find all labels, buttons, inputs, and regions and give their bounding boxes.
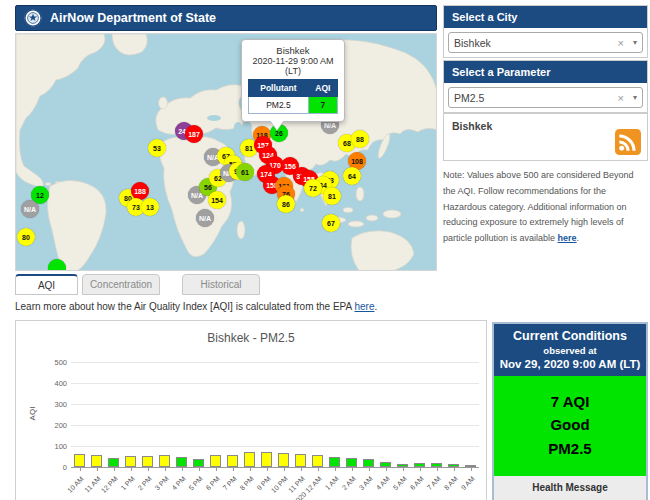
y-tick-label: 200 [41, 421, 67, 430]
chart-bar [193, 459, 204, 467]
parameter-select-value: PM2.5 [454, 92, 613, 104]
chart-bar [91, 455, 102, 467]
rss-feed-box: Bishkek [443, 113, 648, 161]
map-marker[interactable]: 13 [141, 198, 159, 216]
map-marker[interactable]: 80 [17, 228, 35, 246]
map-marker[interactable]: N/A [21, 200, 39, 218]
learn-more-link[interactable]: here [354, 301, 374, 312]
cc-parameter: PM2.5 [498, 437, 642, 460]
chart-bar [74, 454, 85, 467]
popup-pollutant-value: PM2.5 [249, 97, 309, 114]
x-tick-mark [148, 468, 149, 471]
parameter-select[interactable]: PM2.5 × ▾ [448, 87, 643, 108]
app-header: AirNow Department of State [15, 5, 437, 31]
popup-datetime: 2020-11-29 9:00 AM [248, 56, 338, 66]
gridline [71, 362, 479, 363]
rss-icon[interactable] [615, 129, 641, 155]
note-link[interactable]: here [558, 233, 577, 243]
popup-aqi-value: 7 [308, 97, 337, 114]
chart-bar [125, 456, 136, 467]
gridline [71, 446, 479, 447]
x-tick-mark [318, 468, 319, 471]
map-marker[interactable]: N/A [196, 209, 214, 227]
cc-title: Current Conditions [498, 329, 642, 343]
map-marker[interactable]: 154 [208, 191, 226, 209]
chart-bar [295, 454, 306, 467]
current-conditions-header: Current Conditions observed at Nov 29, 2… [494, 324, 646, 376]
x-tick-mark [284, 468, 285, 471]
note-suffix: . [577, 233, 580, 243]
learn-more-suffix: . [374, 301, 377, 312]
parameter-chevron-down-icon[interactable]: ▾ [629, 93, 637, 102]
map-marker[interactable]: 72 [304, 179, 322, 197]
x-tick-mark [199, 468, 200, 471]
x-tick-mark [369, 468, 370, 471]
popup-timezone: (LT) [248, 66, 338, 76]
chart-bar [210, 455, 221, 467]
x-tick-mark [267, 468, 268, 471]
x-tick-mark [233, 468, 234, 471]
x-tick-mark [114, 468, 115, 471]
chart-bar [159, 455, 170, 467]
chart-bar [414, 463, 425, 467]
gridline [71, 404, 479, 405]
x-tick-mark [301, 468, 302, 471]
chart-bar [431, 463, 442, 467]
map-marker[interactable]: 53 [148, 139, 166, 157]
map-marker[interactable]: 61 [236, 163, 254, 181]
map-marker[interactable] [48, 259, 66, 271]
map-marker[interactable]: 67 [322, 214, 340, 232]
popup-pollutant-header: Pollutant [249, 80, 309, 97]
map-popup: Bishkek 2020-11-29 9:00 AM (LT) Pollutan… [241, 39, 345, 122]
chart-bar [363, 459, 374, 467]
y-tick-label: 500 [41, 358, 67, 367]
x-tick-mark [97, 468, 98, 471]
select-parameter-header: Select a Parameter [444, 61, 647, 83]
popup-city: Bishkek [248, 45, 338, 56]
cc-datetime: Nov 29, 2020 9:00 AM (LT) [498, 358, 642, 370]
chart-bar [261, 452, 272, 467]
tab-aqi[interactable]: AQI [15, 274, 78, 295]
map-marker[interactable]: 86 [277, 195, 295, 213]
chart-bar [465, 465, 476, 467]
x-tick-mark [454, 468, 455, 471]
select-city-header: Select a City [444, 6, 647, 28]
x-tick-mark [182, 468, 183, 471]
health-message-block: Health Message The AQI value for your co… [494, 476, 646, 500]
tab-historical[interactable]: Historical [182, 274, 260, 295]
map-tabs: AQI Concentration Historical [15, 274, 263, 295]
x-tick-mark [80, 468, 81, 471]
city-chevron-down-icon[interactable]: ▾ [629, 38, 637, 47]
chart-bar [346, 458, 357, 467]
chart-bar [448, 464, 459, 467]
tab-concentration[interactable]: Concentration [82, 274, 160, 295]
gridline [71, 425, 479, 426]
y-tick-label: 400 [41, 379, 67, 388]
cc-aqi-value: 7 AQI [498, 390, 642, 413]
x-tick-mark [403, 468, 404, 471]
y-axis-label: AQI [28, 407, 37, 421]
chart-bar [329, 457, 340, 467]
map-marker[interactable]: 64 [343, 167, 361, 185]
city-clear-icon[interactable]: × [613, 37, 629, 49]
chart-bar [380, 462, 391, 467]
current-conditions-panel: Current Conditions observed at Nov 29, 2… [492, 322, 648, 500]
popup-table: Pollutant AQI PM2.5 7 [248, 79, 338, 114]
x-tick-mark [352, 468, 353, 471]
chart-bar [278, 453, 289, 467]
city-select[interactable]: Bishkek × ▾ [448, 32, 643, 53]
health-message-header: Health Message [502, 482, 638, 493]
learn-more-text: Learn more about how the Air Quality Ind… [15, 301, 377, 312]
map-marker[interactable]: 88 [351, 130, 369, 148]
chart-bar [312, 455, 323, 467]
x-axis-line [71, 467, 479, 468]
parameter-clear-icon[interactable]: × [613, 92, 629, 104]
x-tick-mark [250, 468, 251, 471]
chart-bar [397, 464, 408, 467]
y-tick-label: 100 [41, 442, 67, 451]
map-marker[interactable]: 81 [323, 187, 341, 205]
world-map[interactable]: 12N/A8053241187801887313N/AN/A5662154N/A… [15, 33, 437, 271]
select-city-panel: Select a City Bishkek × ▾ [443, 5, 648, 58]
popup-aqi-header: AQI [308, 80, 337, 97]
map-marker[interactable]: 187 [185, 125, 203, 143]
